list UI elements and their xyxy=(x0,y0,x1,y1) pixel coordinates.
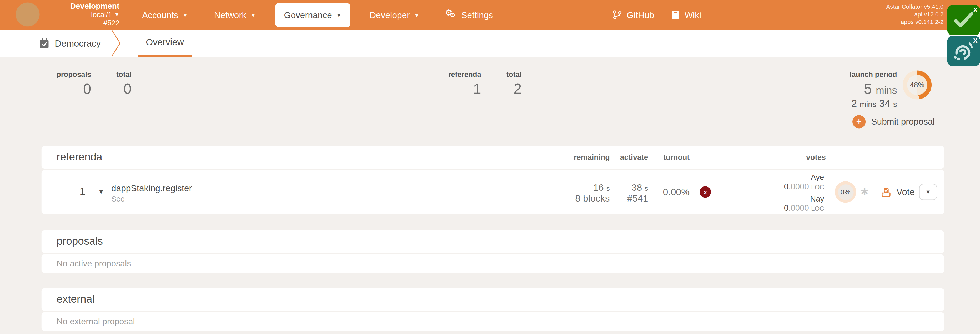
proposals-table-header: proposals xyxy=(41,230,944,253)
nay-value: 0.0000 LOC xyxy=(733,204,824,213)
proposals-title: proposals xyxy=(57,230,103,253)
external-table-header: external xyxy=(41,288,944,311)
extension-hearing-badge[interactable]: x xyxy=(947,36,980,66)
external-empty-text: No external proposal xyxy=(57,312,135,331)
referendum-id: 1 xyxy=(67,170,86,214)
close-icon[interactable]: x xyxy=(974,36,978,45)
vote-dropdown-button[interactable]: ▼ xyxy=(919,184,937,200)
launch-period-elapsed: 2 mins 34 s xyxy=(850,98,897,110)
page-title: Democracy xyxy=(55,38,101,48)
external-title: external xyxy=(57,288,95,311)
chevron-down-icon: ▼ xyxy=(251,13,256,18)
menu-network[interactable]: Network ▼ xyxy=(205,0,264,29)
referenda-title: referenda xyxy=(57,146,102,169)
breadcrumb-divider xyxy=(111,29,122,57)
ballot-icon xyxy=(881,187,891,197)
menu-accounts[interactable]: Accounts ▼ xyxy=(134,0,197,29)
chevron-down-icon: ▼ xyxy=(115,12,119,18)
node-version: Astar Collator v5.41.0 xyxy=(886,3,943,11)
summary-referenda-value: 1 xyxy=(448,81,481,98)
block-number: #522 xyxy=(44,19,119,27)
votes-cell: Aye 0.0000 LOC Nay 0.0000 LOC xyxy=(733,174,824,213)
launch-progress-ring: 48% xyxy=(903,70,932,99)
summary-referenda-total-value: 2 xyxy=(506,81,522,98)
proposal-method: dappStaking.register xyxy=(111,183,192,193)
network-name: Development xyxy=(44,3,119,11)
chevron-down-icon: ▼ xyxy=(414,13,419,18)
app-root: Development local/1▼ #522 Accounts ▼ Net… xyxy=(0,0,980,334)
chevron-down-icon: ▼ xyxy=(183,13,188,18)
proposal-cell: dappStaking.register See xyxy=(111,183,192,203)
vote-button[interactable]: Vote xyxy=(881,170,915,214)
version-info: Astar Collator v5.41.0 api v12.0.2 apps … xyxy=(886,3,943,26)
checkmark-icon xyxy=(952,10,976,31)
top-nav-bar: Development local/1▼ #522 Accounts ▼ Net… xyxy=(0,0,980,29)
proposals-empty-row: No active proposals xyxy=(41,254,944,273)
summary-referenda-total: total 2 xyxy=(506,70,522,98)
turnout-cell: 0.00% xyxy=(632,170,690,214)
plus-icon: + xyxy=(853,115,865,128)
api-version: api v12.0.2 xyxy=(886,11,943,18)
apps-version: apps v0.141.2-2 xyxy=(886,18,943,26)
breadcrumb: Democracy xyxy=(40,29,101,57)
wiki-link[interactable]: Wiki xyxy=(671,0,701,29)
tab-overview[interactable]: Overview xyxy=(138,29,192,57)
menu-governance-active[interactable]: Governance ▼ xyxy=(275,3,350,27)
col-votes: votes xyxy=(765,146,868,169)
calendar-check-icon xyxy=(40,38,49,48)
summary-referenda-group: referenda 1 total 2 xyxy=(448,70,522,98)
network-endpoint: local/1▼ xyxy=(44,11,119,19)
referendum-row: 1 ▼ dappStaking.register See 16 s 8 bloc… xyxy=(41,170,944,214)
extension-check-badge[interactable]: x xyxy=(947,5,980,35)
network-selector[interactable]: Development local/1▼ #522 xyxy=(44,3,119,27)
summary-proposals-total: total 0 xyxy=(116,70,132,98)
git-branch-icon xyxy=(613,10,622,19)
menu-developer[interactable]: Developer ▼ xyxy=(361,0,428,29)
submit-proposal-button[interactable]: + Submit proposal xyxy=(853,115,935,129)
asterisk-icon: ✱ xyxy=(861,170,869,214)
aye-label: Aye xyxy=(733,174,824,182)
gears-icon: ⚙⚙ xyxy=(445,9,457,21)
row-expander-icon[interactable]: ▼ xyxy=(98,170,105,214)
assistive-listening-icon xyxy=(952,40,976,62)
summary-launch-period: launch period 5 mins 2 mins 34 s xyxy=(850,70,897,110)
summary-proposals-value: 0 xyxy=(57,81,91,98)
proposals-empty-text: No active proposals xyxy=(57,254,131,273)
chain-logo[interactable] xyxy=(16,3,40,27)
book-icon xyxy=(671,10,679,19)
summary-proposals-group: proposals 0 total 0 xyxy=(57,70,132,98)
vote-percent-badge: 0% xyxy=(835,181,856,203)
summary-proposals-total-value: 0 xyxy=(116,81,132,98)
external-empty-row: No external proposal xyxy=(41,312,944,331)
summary-referenda: referenda 1 xyxy=(448,70,481,98)
github-link[interactable]: GitHub xyxy=(613,0,654,29)
main-menu: Accounts ▼ Network ▼ Governance ▼ Develo… xyxy=(129,0,506,29)
nay-label: Nay xyxy=(733,195,824,204)
launch-progress-percent: 48% xyxy=(907,75,927,95)
tab-bar: Democracy Overview xyxy=(0,29,980,57)
referenda-table-header: referenda remaining activate turnout vot… xyxy=(41,146,944,169)
menu-settings[interactable]: ⚙⚙ Settings xyxy=(437,0,502,29)
launch-period-total: 5 mins xyxy=(850,81,897,98)
chevron-down-icon: ▼ xyxy=(336,13,342,18)
proposal-sub-link: See xyxy=(111,194,192,203)
col-turnout: turnout xyxy=(632,146,690,169)
close-icon[interactable]: x xyxy=(974,5,978,14)
aye-value: 0.0000 LOC xyxy=(733,182,824,192)
summary-launch-group: launch period 5 mins 2 mins 34 s 48% xyxy=(850,70,932,110)
summary-proposals: proposals 0 xyxy=(57,70,91,98)
failing-status-icon: x xyxy=(700,186,711,198)
